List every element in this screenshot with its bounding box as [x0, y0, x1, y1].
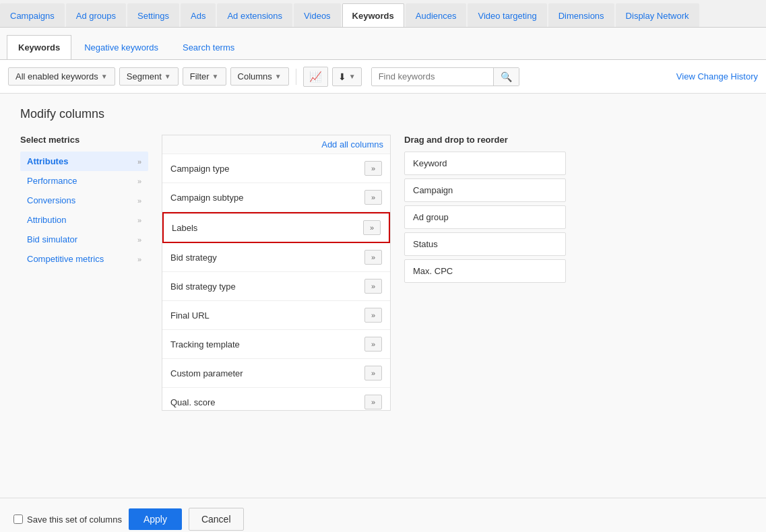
metric-label-conversions: Conversions [27, 195, 75, 205]
top-nav-tab-ads[interactable]: Ads [181, 3, 216, 27]
metric-label-performance: Performance [27, 176, 77, 186]
add-column-btn-campaign-type[interactable]: » [364, 161, 382, 176]
metric-label-bid-simulator: Bid simulator [27, 234, 77, 244]
bottom-actions: Save this set of columns Apply Cancel [0, 498, 766, 532]
column-item-tracking-template[interactable]: Tracking template » [162, 330, 390, 359]
metric-item-competitive-metrics[interactable]: Competitive metrics» [20, 249, 148, 269]
top-nav-tab-audiences[interactable]: Audiences [406, 3, 467, 27]
column-item-campaign-type[interactable]: Campaign type » [162, 154, 390, 183]
search-icon: 🔍 [501, 71, 512, 82]
column-item-campaign-subtype[interactable]: Campaign subtype » [162, 183, 390, 212]
column-item-bid-strategy[interactable]: Bid strategy » [162, 243, 390, 272]
column-label-bid-strategy: Bid strategy [170, 253, 217, 263]
columns-scroll[interactable]: Campaign type » Campaign subtype » Label… [162, 154, 390, 410]
view-change-history-link[interactable]: View Change History [676, 71, 758, 81]
metric-chevron-attributes: » [137, 158, 141, 166]
toolbar-separator [296, 69, 296, 85]
add-column-btn-bid-strategy[interactable]: » [364, 250, 382, 265]
metric-chevron-performance: » [137, 177, 141, 185]
save-columns-checkbox[interactable] [13, 514, 23, 524]
filter-status-label: All enabled keywords [15, 71, 98, 81]
add-column-btn-bid-strategy-type[interactable]: » [364, 279, 382, 294]
add-column-btn-custom-parameter[interactable]: » [364, 366, 382, 380]
reorder-item-max-cpc[interactable]: Max. CPC [404, 259, 566, 283]
metric-chevron-conversions: » [137, 197, 141, 205]
metric-item-attributes[interactable]: Attributes» [20, 152, 148, 171]
metric-item-conversions[interactable]: Conversions» [20, 191, 148, 210]
column-label-labels: Labels [172, 223, 197, 233]
modify-layout: Select metrics Attributes»Performance»Co… [20, 135, 746, 411]
metrics-list: Attributes»Performance»Conversions»Attri… [20, 152, 148, 269]
column-label-campaign-type: Campaign type [170, 164, 229, 174]
columns-button[interactable]: Columns ▼ [230, 67, 289, 86]
top-nav-tab-videos[interactable]: Videos [294, 3, 341, 27]
column-item-custom-parameter[interactable]: Custom parameter » [162, 359, 390, 388]
reorder-item-keyword[interactable]: Keyword [404, 152, 566, 175]
apply-button[interactable]: Apply [129, 508, 182, 530]
add-column-btn-labels[interactable]: » [363, 220, 381, 235]
add-column-btn-tracking-template[interactable]: » [364, 337, 382, 352]
sub-navigation: KeywordsNegative keywordsSearch terms [0, 28, 766, 60]
reorder-item-status[interactable]: Status [404, 232, 566, 256]
add-all-row: Add all columns [162, 135, 390, 154]
filter-label: Filter [190, 71, 210, 81]
top-nav-tab-keywords[interactable]: Keywords [342, 3, 404, 27]
cancel-button[interactable]: Cancel [189, 508, 244, 531]
filter-status-button[interactable]: All enabled keywords ▼ [8, 67, 115, 86]
columns-arrow-icon: ▼ [275, 73, 282, 80]
top-nav-tab-ad-groups[interactable]: Ad groups [66, 3, 126, 27]
top-nav-tab-campaigns[interactable]: Campaigns [0, 3, 65, 27]
top-nav-tab-ad-extensions[interactable]: Ad extensions [217, 3, 292, 27]
columns-panel: Add all columns Campaign type » Campaign… [162, 135, 391, 411]
column-item-final-url[interactable]: Final URL » [162, 301, 390, 330]
reorder-item-ad-group[interactable]: Ad group [404, 205, 566, 229]
chart-button[interactable]: 📈 [303, 67, 328, 87]
metric-label-attribution: Attribution [27, 215, 67, 225]
add-column-btn-qual-score[interactable]: » [364, 395, 382, 409]
select-metrics-panel: Select metrics Attributes»Performance»Co… [20, 135, 148, 269]
download-icon: ⬇ [338, 71, 346, 82]
reorder-list: KeywordCampaignAd groupStatusMax. CPC [404, 152, 566, 283]
column-item-labels[interactable]: Labels » [162, 212, 390, 243]
metric-item-performance[interactable]: Performance» [20, 171, 148, 191]
reorder-title: Drag and drop to reorder [404, 135, 566, 145]
column-label-custom-parameter: Custom parameter [170, 368, 243, 378]
metric-label-competitive-metrics: Competitive metrics [27, 254, 104, 264]
save-columns-checkbox-label[interactable]: Save this set of columns [13, 514, 122, 525]
metric-chevron-attribution: » [137, 216, 141, 224]
column-item-bid-strategy-type[interactable]: Bid strategy type » [162, 272, 390, 301]
add-column-btn-campaign-subtype[interactable]: » [364, 190, 382, 205]
column-label-campaign-subtype: Campaign subtype [170, 193, 243, 203]
main-content: Modify columns Select metrics Attributes… [0, 94, 766, 498]
sub-nav-tab-keywords[interactable]: Keywords [7, 35, 71, 59]
add-all-columns-link[interactable]: Add all columns [321, 139, 383, 149]
column-item-qual-score[interactable]: Qual. score » [162, 388, 390, 410]
filter-status-arrow-icon: ▼ [101, 73, 108, 80]
sub-nav-tab-search-terms[interactable]: Search terms [171, 35, 246, 59]
top-nav-tab-display-network[interactable]: Display Network [616, 3, 699, 27]
filter-arrow-icon: ▼ [212, 73, 219, 80]
search-input[interactable] [372, 68, 493, 85]
save-columns-label: Save this set of columns [27, 514, 122, 525]
chart-icon: 📈 [309, 71, 322, 83]
column-label-qual-score: Qual. score [170, 397, 215, 407]
search-button[interactable]: 🔍 [493, 68, 519, 86]
metric-chevron-competitive-metrics: » [137, 255, 141, 263]
download-button[interactable]: ⬇ ▼ [332, 67, 362, 86]
top-nav-tab-video-targeting[interactable]: Video targeting [468, 3, 546, 27]
add-column-btn-final-url[interactable]: » [364, 308, 382, 323]
reorder-item-campaign[interactable]: Campaign [404, 178, 566, 202]
top-navigation: CampaignsAd groupsSettingsAdsAd extensio… [0, 0, 766, 28]
top-nav-tab-settings[interactable]: Settings [127, 3, 179, 27]
metric-item-bid-simulator[interactable]: Bid simulator» [20, 230, 148, 249]
metric-chevron-bid-simulator: » [137, 236, 141, 244]
column-label-bid-strategy-type: Bid strategy type [170, 281, 236, 292]
toolbar: All enabled keywords ▼ Segment ▼ Filter … [0, 60, 766, 94]
metric-item-attribution[interactable]: Attribution» [20, 210, 148, 230]
sub-nav-tab-negative-keywords[interactable]: Negative keywords [73, 35, 170, 59]
top-nav-tab-dimensions[interactable]: Dimensions [548, 3, 614, 27]
segment-button[interactable]: Segment ▼ [119, 67, 179, 86]
columns-list: Campaign type » Campaign subtype » Label… [162, 154, 390, 410]
filter-button[interactable]: Filter ▼ [183, 67, 226, 86]
column-label-tracking-template: Tracking template [170, 339, 240, 350]
